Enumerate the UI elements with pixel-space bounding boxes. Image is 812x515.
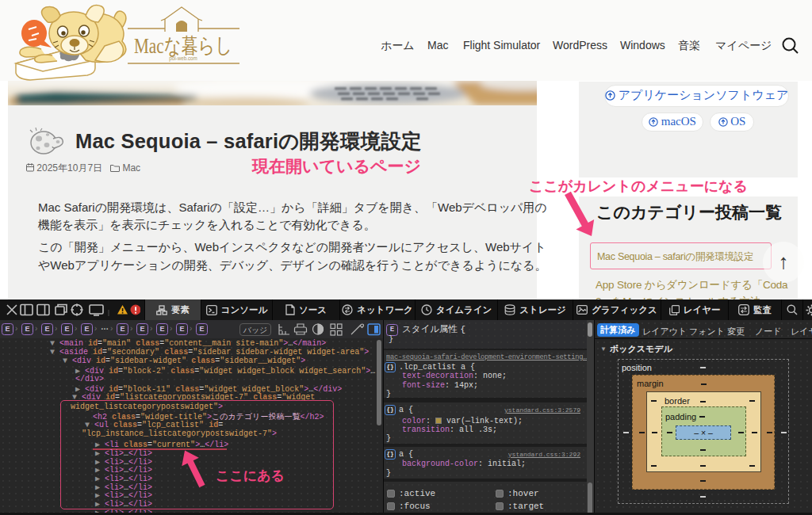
svg-text:pol-web.com: pol-web.com [169,55,197,62]
svg-text:Macな暮らし: Macな暮らし [134,34,232,58]
